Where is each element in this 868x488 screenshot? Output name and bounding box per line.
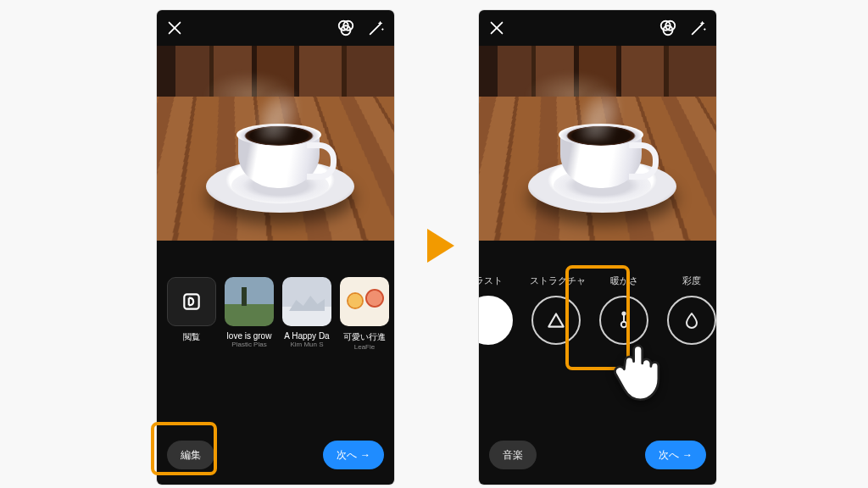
next-label: 次へ (337, 448, 357, 463)
magic-wand-icon[interactable] (367, 19, 386, 37)
filter-tile[interactable]: 可愛い行進 LeaFie (340, 277, 389, 369)
filter-tile[interactable]: love is grow Plastic Plas (225, 277, 274, 369)
browse-icon (167, 277, 216, 326)
filter-label: A Happy Da (282, 331, 331, 341)
top-bar (157, 10, 394, 46)
svg-rect-3 (184, 294, 198, 308)
preview-image (479, 46, 716, 241)
edit-tile-saturation[interactable]: 彩度 (665, 274, 716, 374)
drop-icon (667, 296, 716, 345)
phone-after: ラスト ストラクチャ 暖かさ 彩度 (479, 10, 716, 485)
filter-sub: Plastic Plas (225, 341, 274, 348)
triangle-icon (531, 296, 581, 345)
top-bar (479, 10, 716, 46)
close-icon[interactable] (165, 19, 184, 37)
music-button[interactable]: 音楽 (489, 441, 537, 469)
edit-label: 暖かさ (598, 274, 650, 287)
filter-label: 可愛い行進 (340, 331, 389, 343)
svg-point-7 (621, 322, 626, 327)
edit-tool-strip[interactable]: ラスト ストラクチャ 暖かさ 彩度 (479, 274, 716, 374)
edit-label: 彩度 (665, 274, 716, 287)
contrast-icon (479, 296, 513, 345)
edit-tile-structure[interactable]: ストラクチャ (530, 274, 582, 374)
preview-image (157, 46, 394, 241)
filter-thumb (225, 277, 274, 326)
next-button[interactable]: 次へ→ (323, 441, 384, 469)
edit-label: ストラクチャ (530, 274, 582, 287)
bottom-bar: 編集 次へ→ (157, 430, 394, 480)
close-icon[interactable] (487, 19, 506, 37)
bottom-bar: 音楽 次へ→ (479, 430, 716, 480)
edit-tile-contrast[interactable]: ラスト (479, 274, 515, 374)
filter-sub: LeaFie (340, 343, 389, 351)
edit-label: 編集 (181, 448, 201, 463)
next-button[interactable]: 次へ→ (645, 441, 706, 469)
next-label: 次へ (659, 448, 679, 463)
filter-thumb (282, 277, 331, 326)
filter-sub: Kim Mun S (282, 341, 331, 348)
filter-tile[interactable]: A Happy Da Kim Mun S (282, 277, 331, 369)
edit-tile-warmth[interactable]: 暖かさ (598, 274, 650, 374)
flow-arrow-icon (427, 229, 454, 263)
edit-button[interactable]: 編集 (167, 441, 214, 469)
filter-label: 閲覧 (167, 331, 216, 343)
filter-label: love is grow (225, 331, 274, 341)
edit-label: ラスト (479, 274, 515, 287)
filter-strip[interactable]: 閲覧 love is grow Plastic Plas A Happy Da … (157, 277, 394, 369)
filter-tile-browse[interactable]: 閲覧 (167, 277, 216, 369)
effects-icon[interactable] (659, 19, 677, 37)
filter-thumb (340, 277, 389, 326)
music-label: 音楽 (503, 448, 523, 463)
phone-before: 閲覧 love is grow Plastic Plas A Happy Da … (157, 10, 394, 485)
thermometer-icon (599, 296, 648, 345)
effects-icon[interactable] (337, 19, 355, 37)
magic-wand-icon[interactable] (689, 19, 708, 37)
